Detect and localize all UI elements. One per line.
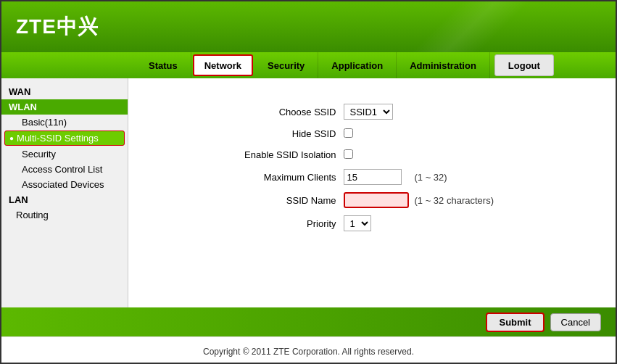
- sidebar: WAN WLAN Basic(11n) Multi-SSID Settings …: [1, 78, 128, 307]
- sidebar-item-security[interactable]: Security: [1, 146, 128, 162]
- sidebar-item-multi-ssid[interactable]: Multi-SSID Settings: [4, 131, 125, 146]
- nav-status[interactable]: Status: [136, 52, 191, 78]
- form-row-ssid-name: SSID Name (1 ~ 32 characters): [244, 189, 500, 212]
- sidebar-item-acl[interactable]: Access Control List: [1, 162, 128, 177]
- choose-ssid-select[interactable]: SSID1 SSID2 SSID3 SSID4: [344, 104, 393, 120]
- content-footer-wrapper: WAN WLAN Basic(11n) Multi-SSID Settings …: [1, 78, 616, 336]
- sidebar-item-associated[interactable]: Associated Devices: [1, 177, 128, 192]
- sidebar-section-lan: LAN: [1, 192, 128, 207]
- logo: ZTE中兴: [16, 13, 99, 41]
- priority-label: Priority: [244, 212, 343, 235]
- hide-ssid-label: Hide SSID: [244, 123, 343, 144]
- header: ZTE中兴: [1, 1, 616, 52]
- navbar: Status Network Security Application Admi…: [1, 52, 616, 78]
- max-clients-input[interactable]: [344, 169, 402, 185]
- nav-network[interactable]: Network: [193, 54, 253, 76]
- main-content-area: WAN WLAN Basic(11n) Multi-SSID Settings …: [1, 78, 616, 307]
- form-grid: Choose SSID SSID1 SSID2 SSID3 SSID4: [244, 100, 500, 235]
- max-clients-label: Maximum Clients: [244, 165, 343, 189]
- isolation-control: [344, 144, 409, 165]
- cancel-button[interactable]: Cancel: [550, 313, 601, 331]
- nav-administration[interactable]: Administration: [397, 52, 490, 78]
- form-row-isolation: Enable SSID Isolation: [244, 144, 500, 165]
- hide-ssid-control: [344, 123, 409, 144]
- sidebar-item-wlan[interactable]: WLAN: [1, 99, 128, 115]
- ssid-name-input[interactable]: [344, 192, 409, 208]
- submit-button[interactable]: Submit: [486, 313, 544, 332]
- form-row-hide-ssid: Hide SSID: [244, 123, 500, 144]
- nav-application[interactable]: Application: [318, 52, 397, 78]
- copyright: Copyright © 2011 ZTE Corporation. All ri…: [1, 336, 616, 364]
- nav-security[interactable]: Security: [254, 52, 318, 78]
- form-row-max-clients: Maximum Clients (1 ~ 32): [244, 165, 500, 189]
- isolation-checkbox[interactable]: [344, 149, 353, 159]
- form-row-choose-ssid: Choose SSID SSID1 SSID2 SSID3 SSID4: [244, 100, 500, 123]
- copyright-text: Copyright © 2011 ZTE Corporation. All ri…: [203, 347, 414, 357]
- choose-ssid-label: Choose SSID: [244, 100, 343, 123]
- ssid-name-label: SSID Name: [244, 189, 343, 212]
- sidebar-section-wan: WAN: [1, 84, 128, 99]
- ssid-name-control: [344, 189, 409, 212]
- sidebar-item-routing[interactable]: Routing: [1, 207, 128, 223]
- content-panel: Choose SSID SSID1 SSID2 SSID3 SSID4: [128, 78, 616, 307]
- priority-select[interactable]: 1 2 3 4 5 6 7: [344, 215, 371, 231]
- priority-control: 1 2 3 4 5 6 7: [344, 212, 409, 235]
- max-clients-control: [344, 165, 409, 189]
- footer-bar: Submit Cancel: [1, 307, 616, 336]
- max-clients-hint: (1 ~ 32): [409, 165, 500, 189]
- sidebar-item-basic[interactable]: Basic(11n): [1, 115, 128, 130]
- choose-ssid-control: SSID1 SSID2 SSID3 SSID4: [344, 100, 409, 123]
- hide-ssid-checkbox[interactable]: [344, 128, 353, 138]
- page-wrapper: ZTE中兴 Status Network Security Applicatio…: [1, 1, 616, 364]
- form-row-priority: Priority 1 2 3 4 5 6 7: [244, 212, 500, 235]
- isolation-label: Enable SSID Isolation: [244, 144, 343, 165]
- logout-button[interactable]: Logout: [494, 54, 554, 76]
- ssid-name-hint: (1 ~ 32 characters): [409, 189, 500, 212]
